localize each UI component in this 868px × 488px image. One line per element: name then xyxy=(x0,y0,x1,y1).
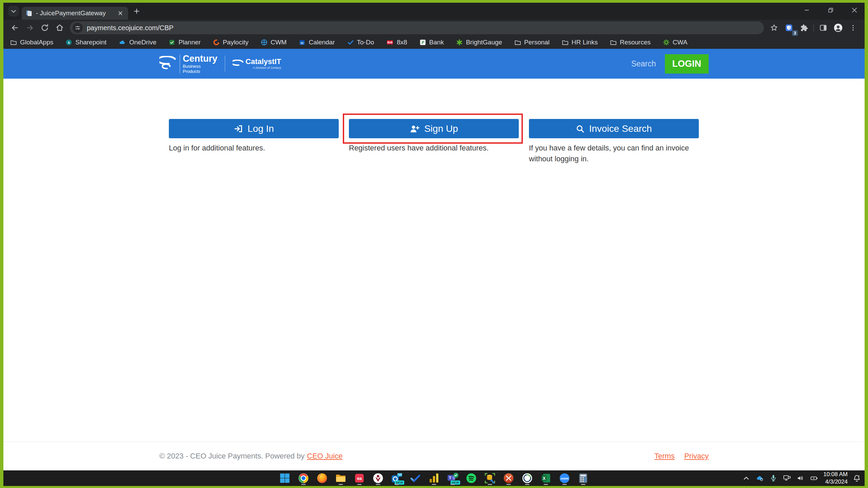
calculator-icon xyxy=(577,472,589,484)
home-button[interactable] xyxy=(52,21,67,35)
chrome-icon xyxy=(298,472,309,484)
cwa-icon xyxy=(663,39,670,46)
taskbar-ssms-button[interactable] xyxy=(483,471,497,485)
taskbar-microsoft-todo-button[interactable] xyxy=(409,471,422,485)
tab-search-button[interactable] xyxy=(8,6,19,17)
bookmark-cwa[interactable]: CWA xyxy=(663,39,688,46)
terms-link[interactable]: Terms xyxy=(654,452,675,461)
taskbar-explorer-button[interactable] xyxy=(334,471,348,485)
bank-icon: P xyxy=(419,39,426,46)
bookmark-label: To-Do xyxy=(357,39,374,46)
tray-display-connect-button[interactable] xyxy=(782,472,792,484)
ceo-juice-link[interactable]: CEO Juice xyxy=(307,452,342,461)
windows-taskbar: eaNEWTNEWXzoom 10:08 AM 4/3/2024 z xyxy=(3,470,865,486)
catalyst-tagline: A Division of Century xyxy=(245,66,281,69)
close-window-button[interactable] xyxy=(848,4,861,16)
tray-onedrive-tray-button[interactable] xyxy=(755,472,765,484)
century-name: Century xyxy=(183,54,217,63)
bookmark-calendar[interactable]: Calendar xyxy=(299,39,335,46)
card-caption: Registered users have additional feature… xyxy=(349,143,519,154)
taskbar-employee-access-button[interactable]: ea xyxy=(353,471,366,485)
restore-window-button[interactable] xyxy=(824,4,837,16)
firefox-icon xyxy=(316,472,328,484)
taskbar-outlook-button[interactable]: NEW xyxy=(390,471,403,485)
taskbar-teams-button[interactable]: TNEW xyxy=(446,471,459,485)
log-in-button[interactable]: Log In xyxy=(169,119,339,138)
menu-button[interactable] xyxy=(846,21,861,35)
search-link[interactable]: Search xyxy=(631,59,656,68)
profile-button[interactable] xyxy=(831,21,846,35)
tray-speaker-button[interactable] xyxy=(795,472,806,484)
onedrive-tray-icon xyxy=(755,474,764,482)
bookmark-resources[interactable]: Resources xyxy=(610,39,651,46)
taskbar-calculator-button[interactable] xyxy=(576,471,590,485)
folder-icon xyxy=(514,39,521,46)
century-swoosh-icon xyxy=(159,56,178,72)
catalyst-swoosh-icon xyxy=(233,60,244,68)
desktop-screen: - JuicePaymentGateway payments.ceojuice.… xyxy=(3,3,865,486)
password-manager-button[interactable]: 3 xyxy=(782,21,796,35)
browser-tab[interactable]: - JuicePaymentGateway xyxy=(22,7,128,20)
taskbar-paylocity-app-button[interactable] xyxy=(371,471,385,485)
running-indicator xyxy=(376,484,380,485)
side-panel-icon xyxy=(819,23,828,32)
bookmark-brightgauge[interactable]: BrightGauge xyxy=(456,39,502,46)
extensions-button[interactable] xyxy=(796,21,811,35)
header-logos[interactable]: Century Business Products CatalystIT A D… xyxy=(159,54,281,74)
taskbar-powerbi-button[interactable] xyxy=(427,471,441,485)
tab-close-icon[interactable] xyxy=(116,9,125,18)
taskbar-start-button[interactable] xyxy=(278,471,292,485)
taskbar-excel-button[interactable]: X xyxy=(539,471,553,485)
tray-chevron-up-button[interactable] xyxy=(741,472,751,484)
privacy-link[interactable]: Privacy xyxy=(684,452,709,461)
running-indicator xyxy=(357,484,362,485)
sign-up-button[interactable]: Sign Up xyxy=(349,119,519,138)
side-panel-button[interactable] xyxy=(816,21,831,35)
tray-battery-button[interactable] xyxy=(809,472,819,484)
tray-microphone-button[interactable] xyxy=(768,472,778,484)
bookmark-personal[interactable]: Personal xyxy=(514,39,550,46)
card-log-in: Log InLog in for additional features. xyxy=(169,119,339,164)
search-icon xyxy=(576,124,585,133)
taskbar-remote-desktop-button[interactable] xyxy=(502,471,515,485)
taskbar-spotify-button[interactable] xyxy=(465,471,478,485)
bookmark-sharepoint[interactable]: sSharepoint xyxy=(65,39,106,46)
taskbar-zoom-app-button[interactable]: zoom xyxy=(558,471,571,485)
site-settings-icon[interactable] xyxy=(73,23,83,33)
notification-bell-icon[interactable]: z xyxy=(852,472,862,484)
microphone-icon xyxy=(769,474,777,482)
bookmark-onedrive[interactable]: OneDrive xyxy=(119,39,156,46)
star-button[interactable] xyxy=(767,21,782,35)
new-tab-button[interactable] xyxy=(131,5,142,17)
svg-text:zoom: zoom xyxy=(560,477,569,480)
address-bar[interactable]: payments.ceojuice.com/CBP xyxy=(70,21,764,34)
bookmark-planner[interactable]: Planner xyxy=(169,39,201,46)
bookmark-8x8[interactable]: 8x88x8 xyxy=(386,39,407,46)
invoice-search-button[interactable]: Invoice Search xyxy=(529,119,699,138)
back-button[interactable] xyxy=(7,21,22,35)
microsoft-todo-icon xyxy=(410,472,421,484)
bookmark-label: Calendar xyxy=(309,39,335,46)
restore-icon xyxy=(827,7,834,14)
taskbar-clock[interactable]: 10:08 AM 4/3/2024 xyxy=(823,471,848,486)
minimize-window-button[interactable] xyxy=(800,4,814,16)
running-indicator xyxy=(507,484,511,485)
bookmark-bank[interactable]: PBank xyxy=(419,39,444,46)
taskbar-chrome-button[interactable] xyxy=(297,471,310,485)
bookmark-paylocity[interactable]: Paylocity xyxy=(213,39,249,46)
svg-text:8x8: 8x8 xyxy=(388,41,393,44)
taskbar-connectwise-button[interactable] xyxy=(520,471,534,485)
main-content: Log InLog in for additional features.Sig… xyxy=(3,79,865,442)
speaker-icon xyxy=(796,474,805,482)
bookmark-globalapps[interactable]: GlobalApps xyxy=(10,39,53,46)
taskbar-firefox-button[interactable] xyxy=(315,471,329,485)
reload-button[interactable] xyxy=(37,21,52,35)
zoom-app-icon: zoom xyxy=(559,472,570,484)
paylocity-icon xyxy=(213,39,220,46)
forward-button[interactable] xyxy=(22,21,37,35)
tray-time: 10:08 AM xyxy=(823,471,848,478)
bookmark-cwm[interactable]: CWM xyxy=(261,39,287,46)
login-button[interactable]: LOGIN xyxy=(665,54,709,74)
bookmark-hr-links[interactable]: HR Links xyxy=(562,39,598,46)
bookmark-to-do[interactable]: To-Do xyxy=(347,39,374,46)
